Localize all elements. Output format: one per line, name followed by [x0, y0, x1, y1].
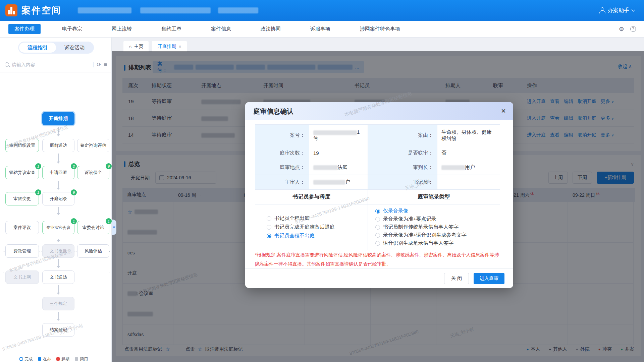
flow-node-appraisal-consult[interactable]: 鉴定咨询评估 [77, 139, 109, 152]
record-type-section-title: 庭审笔录类型 [368, 190, 500, 204]
sidebar-collapse-handle[interactable]: « [112, 220, 116, 235]
search-icon [5, 62, 9, 67]
flow-node-litigation-preservation[interactable]: 诉讼保全9 [77, 166, 109, 179]
flow-node-committee-discussion[interactable]: 审委会讨论1 [77, 221, 109, 234]
app-title: 案件空间 [21, 4, 62, 16]
hearing-place-value: 法庭 [309, 160, 368, 175]
app-logo-icon [5, 4, 17, 16]
nav-item-service-matters[interactable]: 诉服事项 [310, 26, 330, 32]
flow-node-case-closing[interactable]: 结案登记 [42, 323, 74, 337]
redacted-text [218, 7, 258, 13]
flow-node-doc-publish: 文书上网 [5, 270, 39, 284]
presiding-judge-value: 用户 [437, 160, 500, 175]
radio-icon [267, 225, 271, 230]
flow-node-risk-assessment[interactable]: 风险评估 [77, 244, 109, 258]
chief-judge-value: 户 [309, 175, 368, 190]
chevron-down-icon [631, 8, 635, 11]
redacted-text [140, 7, 211, 13]
radio-av-plus-asr-reference[interactable]: 录音录像为准+语音识别生成参考文字 [375, 232, 496, 238]
dialog-title: 庭审信息确认 [253, 107, 293, 116]
flow-node-jurisdiction-objection[interactable]: 管辖异议审查1 [5, 166, 39, 179]
hearing-count-value: 19 [309, 146, 368, 160]
flow-node-pretrial-delivery[interactable]: 庭前送达 [42, 139, 74, 152]
flow-node-court-scheduling[interactable]: 开庭排期 [42, 112, 74, 125]
radio-icon [267, 234, 271, 238]
radio-clerk-no-attend[interactable]: 书记员全程不出庭 [267, 233, 364, 239]
close-tab-icon[interactable]: × [178, 44, 181, 49]
tab-process-guide[interactable]: 流程指引 [19, 43, 56, 53]
refresh-icon[interactable]: ⟳ [97, 61, 101, 68]
content-tab-strip: ⌂ 主页 开庭排期 × [112, 38, 644, 52]
status-legend: 完成 在办 超期 禁用 [19, 356, 88, 362]
nav-item-case-info[interactable]: 案件信息 [211, 26, 231, 32]
flow-arrow [58, 285, 59, 294]
radio-asr-transcript[interactable]: 语音识别生成笔录供当事人签字 [375, 240, 496, 246]
redacted-text [313, 130, 357, 135]
settings-icon[interactable]: ⚙ [619, 25, 624, 33]
nav-item-online-transfer[interactable]: 网上流转 [112, 26, 132, 32]
dialog-header: 庭审信息确认 [245, 102, 513, 120]
clerk-participation-options: 书记员全程出庭 书记员完成开庭准备后退庭 书记员全程不出庭 [255, 204, 368, 250]
tab-court-scheduling[interactable]: 开庭排期 × [152, 41, 186, 52]
flow-arrow [58, 239, 59, 242]
tab-home[interactable]: ⌂ 主页 [123, 41, 149, 52]
radio-icon [267, 216, 271, 221]
hearing-confirm-dialog: 庭审信息确认 × 案号： 1 号 案由： 生命权、身体权、健康权纠纷 庭审次数：… [245, 102, 513, 288]
flow-node-judge-meeting[interactable]: 专业法官会议1 [42, 221, 74, 234]
flow-node-organization-setup[interactable]: 审判组织设置 [5, 139, 39, 152]
flow-node-doc-delivery[interactable]: 文书送达 [42, 270, 74, 284]
enter-hearing-button[interactable]: 进入庭审 [474, 273, 504, 284]
clerk-participation-section-title: 书记员参与程度 [255, 190, 368, 204]
flow-arrow [58, 127, 59, 136]
hearing-info-table: 案号： 1 号 案由： 生命权、身体权、健康权纠纷 庭审次数： 19 是否联审：… [255, 124, 500, 250]
hearing-place-label: 庭审地点： [255, 160, 309, 175]
search-input[interactable] [12, 62, 90, 67]
sidebar: 流程指引 诉讼活动 | ⟳ ≡ 开庭排期 审判组织设置 庭前送达 鉴定咨询评估 … [0, 38, 112, 362]
hearing-count-label: 庭审次数： [255, 146, 309, 160]
case-no-label: 案号： [255, 125, 309, 146]
home-icon: ⌂ [129, 44, 131, 49]
app-header: 案件空间 办案助手 [0, 0, 644, 21]
nav-item-internet-cases[interactable]: 涉网案件特色事项 [360, 26, 400, 32]
flow-arrow [58, 207, 59, 215]
radio-clerk-leave-after-prep[interactable]: 书记员完成开庭准备后退庭 [267, 224, 364, 230]
process-flowchart: 开庭排期 审判组织设置 庭前送达 鉴定咨询评估 管辖异议审查1 申请回避2 诉讼… [0, 72, 112, 351]
flow-node-trial-limit-change[interactable]: 审限变更1 [5, 192, 39, 205]
nav-item-case-handling[interactable]: 案件办理 [8, 24, 41, 34]
flow-arrow [58, 154, 59, 163]
assistant-menu[interactable]: 办案助手 [599, 0, 635, 21]
close-button[interactable]: 关 闭 [444, 273, 469, 284]
flow-node-case-review[interactable]: 案件评议 [5, 221, 39, 234]
radio-icon [375, 225, 380, 230]
joint-trial-label: 是否联审： [368, 146, 437, 160]
radio-icon [375, 233, 380, 238]
layers-icon[interactable]: ≡ [104, 62, 107, 68]
cause-label: 案由： [368, 125, 437, 146]
flow-node-three-rules: 三个规定 [42, 297, 74, 310]
nav-item-legal-collab[interactable]: 政法协同 [261, 26, 281, 32]
joint-trial-value: 否 [437, 146, 500, 160]
radio-icon [375, 241, 380, 246]
radio-av-only[interactable]: 仅录音录像 [375, 208, 496, 214]
record-type-options: 仅录音录像 录音录像为准+要点记录 书记员制作传统笔录供当事人签字 录音录像为准… [368, 204, 500, 250]
redacted-text [313, 165, 337, 170]
radio-clerk-full-attend[interactable]: 书记员全程出庭 [267, 215, 364, 222]
radio-traditional-transcript[interactable]: 书记员制作传统笔录供当事人签字 [375, 224, 496, 230]
nav-item-work-orders[interactable]: 集约工单 [161, 26, 181, 32]
redacted-text [441, 165, 465, 170]
flow-node-doc-approval: 文书报批 [42, 244, 74, 258]
flow-arrow [58, 312, 59, 320]
clerk-label: 书记员： [368, 175, 437, 190]
chief-judge-label: 主审人： [255, 175, 309, 190]
help-icon[interactable]: ? [630, 26, 636, 32]
tab-litigation-activity[interactable]: 诉讼活动 [56, 43, 93, 53]
radio-av-plus-keypoints[interactable]: 录音录像为准+要点记录 [375, 216, 496, 222]
flow-node-hearing-record[interactable]: 开庭记录9 [42, 192, 74, 205]
flow-arrow [58, 259, 59, 268]
sidebar-search: | ⟳ ≡ [0, 57, 112, 72]
nav-item-e-dossier[interactable]: 电子卷宗 [62, 26, 82, 32]
flow-node-recusal-request[interactable]: 申请回避2 [42, 166, 74, 179]
flow-node-fee-management[interactable]: 费款管理 [5, 244, 39, 258]
dialog-footer: 关 闭 进入庭审 [245, 268, 513, 288]
close-icon[interactable]: × [501, 107, 506, 115]
